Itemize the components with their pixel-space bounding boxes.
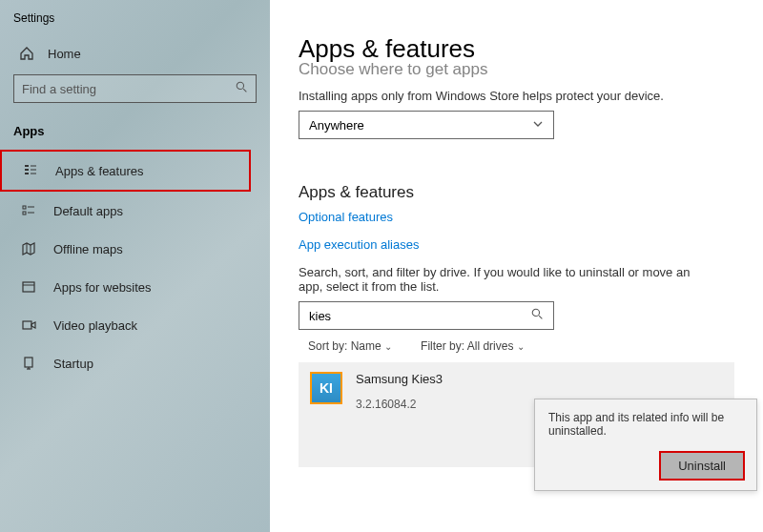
apps-features-icon	[23, 163, 38, 178]
svg-rect-2	[25, 165, 29, 167]
optional-features-link[interactable]: Optional features	[299, 210, 734, 224]
app-icon-text: KI	[320, 380, 333, 396]
sidebar-item-default-apps[interactable]: Default apps	[0, 192, 270, 230]
sort-label: Sort by:	[308, 339, 347, 353]
filter-row: Sort by: Name ⌄ Filter by: All drives ⌄	[299, 339, 734, 353]
app-execution-aliases-link[interactable]: App execution aliases	[299, 237, 734, 252]
svg-point-0	[237, 82, 243, 89]
list-desc: Search, sort, and filter by drive. If yo…	[299, 265, 699, 294]
install-source-dropdown[interactable]: Anywhere	[299, 111, 554, 139]
filter-label: Filter by:	[421, 339, 464, 353]
app-version: 3.2.16084.2	[356, 398, 443, 411]
sidebar-item-label: Default apps	[53, 204, 123, 218]
sidebar-item-label: Startup	[53, 357, 93, 371]
home-label: Home	[48, 47, 81, 61]
app-text: Samsung Kies3 3.2.16084.2	[356, 372, 443, 411]
offline-maps-icon	[21, 241, 36, 256]
apps-websites-icon	[21, 279, 36, 295]
svg-rect-16	[23, 321, 31, 329]
sidebar-item-label: Apps & features	[55, 164, 144, 178]
main-content: Apps & features Choose where to get apps…	[270, 0, 763, 532]
svg-rect-4	[25, 173, 29, 174]
sidebar-item-startup[interactable]: Startup	[0, 344, 270, 382]
search-value: kies	[309, 309, 331, 323]
sidebar-item-label: Video playback	[53, 318, 137, 333]
search-icon	[236, 81, 248, 96]
svg-rect-9	[23, 212, 26, 215]
filter-by-dropdown[interactable]: Filter by: All drives ⌄	[421, 339, 525, 353]
svg-rect-14	[23, 282, 34, 292]
default-apps-icon	[21, 203, 36, 218]
search-icon	[531, 308, 544, 323]
sidebar-title: Settings	[0, 8, 270, 36]
app-icon: KI	[310, 372, 342, 404]
choose-apps-subtitle: Choose where to get apps	[299, 60, 734, 79]
uninstall-confirm-popup: This app and its related info will be un…	[534, 399, 757, 491]
category-label: Apps	[0, 120, 270, 150]
sidebar: Settings Home Find a setting Apps Apps &…	[0, 0, 270, 532]
chevron-down-icon: ⌄	[384, 341, 392, 352]
search-placeholder: Find a setting	[22, 82, 96, 96]
find-setting-input[interactable]: Find a setting	[13, 74, 257, 103]
store-desc: Installing apps only from Windows Store …	[299, 89, 734, 103]
sort-by-dropdown[interactable]: Sort by: Name ⌄	[308, 339, 392, 353]
dropdown-value: Anywhere	[309, 118, 364, 133]
filter-value: All drives	[467, 339, 514, 353]
app-name: Samsung Kies3	[356, 372, 443, 386]
popup-text: This app and its related info will be un…	[548, 411, 745, 438]
svg-rect-8	[23, 206, 26, 209]
chevron-down-icon: ⌄	[517, 341, 525, 352]
sidebar-item-label: Apps for websites	[53, 280, 152, 295]
svg-line-1	[243, 89, 246, 92]
sort-value: Name	[351, 339, 382, 353]
uninstall-confirm-button[interactable]: Uninstall	[659, 451, 745, 481]
sidebar-item-apps-websites[interactable]: Apps for websites	[0, 268, 270, 306]
sidebar-item-offline-maps[interactable]: Offline maps	[0, 230, 270, 268]
sidebar-item-apps-features[interactable]: Apps & features	[0, 150, 251, 192]
apps-features-heading: Apps & features	[299, 183, 734, 202]
video-playback-icon	[21, 317, 36, 333]
sidebar-item-video-playback[interactable]: Video playback	[0, 306, 270, 344]
svg-rect-17	[25, 358, 32, 367]
home-nav[interactable]: Home	[0, 36, 270, 74]
chevron-down-icon	[532, 118, 544, 132]
svg-line-21	[539, 316, 542, 318]
home-icon	[19, 46, 34, 61]
startup-icon	[21, 356, 36, 371]
svg-rect-3	[25, 169, 29, 171]
sidebar-item-label: Offline maps	[53, 242, 123, 256]
svg-point-20	[532, 309, 539, 316]
app-search-input[interactable]: kies	[299, 301, 554, 330]
